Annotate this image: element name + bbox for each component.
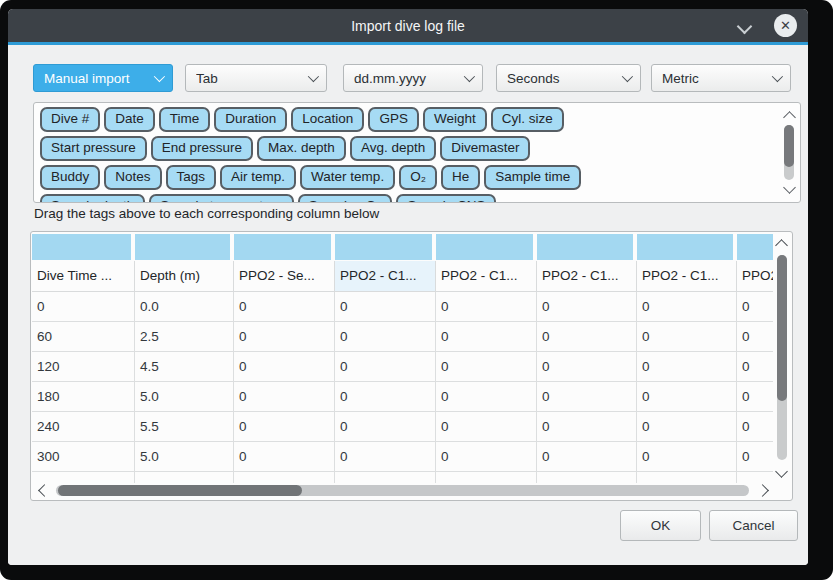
tag-air-temp[interactable]: Air temp. <box>220 165 296 190</box>
tag-duration[interactable]: Duration <box>214 107 287 132</box>
tag-notes[interactable]: Notes <box>104 165 161 190</box>
scroll-down-icon[interactable] <box>783 181 796 194</box>
combo-value: Seconds <box>507 71 614 86</box>
tag-time[interactable]: Time <box>159 107 211 132</box>
tag-max-depth[interactable]: Max. depth <box>257 136 346 161</box>
tag-location[interactable]: Location <box>291 107 364 132</box>
tag-sample-po[interactable]: Sample pO₂ <box>298 194 393 202</box>
tag-gps[interactable]: GPS <box>368 107 419 132</box>
table-cell: 0 <box>234 412 335 441</box>
combo-date-format[interactable]: dd.mm.yyyy <box>343 64 483 92</box>
tag-buddy[interactable]: Buddy <box>40 165 100 190</box>
scroll-left-icon[interactable] <box>38 484 51 497</box>
combo-import-mode[interactable]: Manual import <box>33 64 173 92</box>
tag-list-panel: Dive #DateTimeDurationLocationGPSWeightC… <box>33 102 801 203</box>
shade-chevron-down-icon[interactable] <box>737 19 753 35</box>
scroll-up-icon[interactable] <box>775 239 788 252</box>
tag-start-pressure[interactable]: Start pressure <box>40 136 147 161</box>
table-cell: 0 <box>436 412 537 441</box>
tag-sample-time[interactable]: Sample time <box>484 165 581 190</box>
drop-target-cell[interactable] <box>234 234 331 260</box>
tag-divemaster[interactable]: Divemaster <box>440 136 530 161</box>
table-cell: 0 <box>335 352 436 381</box>
table-cell: 0 <box>737 382 773 411</box>
table-cell: 5.5 <box>135 412 234 441</box>
tag-he[interactable]: He <box>441 165 480 190</box>
table-cell: 60 <box>32 322 135 351</box>
chevron-down-icon <box>308 71 319 82</box>
chevron-down-icon <box>622 71 633 82</box>
tag-rows: Dive #DateTimeDurationLocationGPSWeightC… <box>36 105 780 202</box>
table-vertical-scrollbar[interactable] <box>773 233 791 482</box>
close-button[interactable]: ✕ <box>774 14 797 37</box>
tag-date[interactable]: Date <box>104 107 155 132</box>
ok-button[interactable]: OK <box>620 510 701 541</box>
scroll-right-icon[interactable] <box>756 484 769 497</box>
tag-sample-temperature[interactable]: Sample temperature <box>149 194 293 202</box>
drop-target-cell[interactable] <box>537 234 633 260</box>
table-horizontal-scrollbar[interactable] <box>32 481 773 500</box>
table-cell: 0 <box>234 442 335 471</box>
close-icon: ✕ <box>780 19 791 32</box>
tag-dive[interactable]: Dive # <box>40 107 100 132</box>
table-row: 1204.5000000 <box>32 352 773 382</box>
tag-tags[interactable]: Tags <box>166 165 217 190</box>
combo-value: Manual import <box>44 71 146 86</box>
drop-target-cell[interactable] <box>135 234 230 260</box>
cancel-button[interactable]: Cancel <box>709 510 798 541</box>
instruction-label: Drag the tags above to each correspondin… <box>34 206 379 221</box>
scroll-down-icon[interactable] <box>775 465 788 478</box>
column-header[interactable]: PPO2 - C1... <box>335 261 436 291</box>
combo-duration-format[interactable]: Seconds <box>496 64 641 92</box>
drop-target-cell[interactable] <box>737 234 773 260</box>
table-row: 3005.0000000 <box>32 442 773 472</box>
scrollbar-thumb[interactable] <box>784 125 794 167</box>
combo-field-separator[interactable]: Tab <box>185 64 327 92</box>
table-cell: 120 <box>32 352 135 381</box>
tag-water-temp[interactable]: Water temp. <box>300 165 395 190</box>
scroll-up-icon[interactable] <box>783 111 796 124</box>
scrollbar-thumb[interactable] <box>58 485 302 496</box>
tag-cyl-size[interactable]: Cyl. size <box>491 107 564 132</box>
table-cell: 0 <box>335 322 436 351</box>
tag-o[interactable]: O₂ <box>399 165 437 190</box>
column-header[interactable]: Depth (m) <box>135 261 234 291</box>
drop-target-cell[interactable] <box>32 234 131 260</box>
column-header[interactable]: PPO2 - C1... <box>737 261 773 291</box>
table-cell: 0 <box>637 322 737 351</box>
tag-sample-cns[interactable]: Sample CNS <box>396 194 496 202</box>
table-header-row: Dive Time ...Depth (m)PPO2 - Se...PPO2 -… <box>32 261 773 292</box>
column-header[interactable]: PPO2 - Se... <box>234 261 335 291</box>
column-header[interactable]: PPO2 - C1... <box>436 261 537 291</box>
combo-value: Metric <box>662 71 764 86</box>
tag-avg-depth[interactable]: Avg. depth <box>350 136 436 161</box>
table-cell: 0 <box>234 322 335 351</box>
tag-row: Dive #DateTimeDurationLocationGPSWeightC… <box>36 105 780 134</box>
combo-value: Tab <box>196 71 300 86</box>
table-cell: 0 <box>737 412 773 441</box>
tag-end-pressure[interactable]: End pressure <box>151 136 253 161</box>
column-drop-row <box>32 233 773 261</box>
table-cell: 0 <box>234 382 335 411</box>
column-header[interactable]: PPO2 - C1... <box>537 261 637 291</box>
titlebar[interactable]: Import dive log file ✕ <box>8 9 808 42</box>
csv-preview-table: Dive Time ...Depth (m)PPO2 - Se...PPO2 -… <box>30 231 793 501</box>
table-cell: 0 <box>335 292 436 321</box>
tags-vertical-scrollbar[interactable] <box>781 105 798 200</box>
tag-weight[interactable]: Weight <box>423 107 487 132</box>
combo-units[interactable]: Metric <box>651 64 791 92</box>
table-cell: 0 <box>637 412 737 441</box>
drop-target-cell[interactable] <box>335 234 432 260</box>
tag-sample-depth[interactable]: Sample depth <box>40 194 145 202</box>
drop-target-cell[interactable] <box>637 234 733 260</box>
drop-target-cell[interactable] <box>436 234 533 260</box>
table-cell: 0 <box>537 352 637 381</box>
scrollbar-thumb[interactable] <box>777 255 787 401</box>
column-header[interactable]: PPO2 - C1... <box>637 261 737 291</box>
table-cell: 0 <box>537 322 637 351</box>
table-cell: 180 <box>32 382 135 411</box>
column-header[interactable]: Dive Time ... <box>32 261 135 291</box>
chevron-down-icon <box>464 71 475 82</box>
table-cell: 0 <box>737 322 773 351</box>
table-cell: 0 <box>234 352 335 381</box>
